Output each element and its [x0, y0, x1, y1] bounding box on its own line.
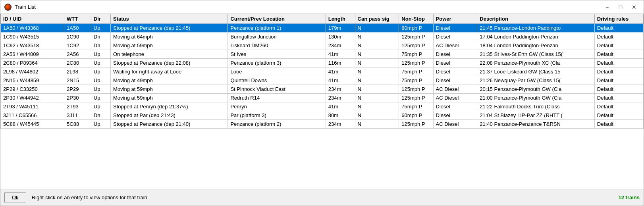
table-row[interactable]: 2T93 / W451112T93UpStopped at Penryn (de…	[1, 102, 644, 111]
cell-id: 2T93 / W45111	[1, 102, 64, 111]
train-table: ID / UID WTT Dir Status Current/Prev Loc…	[0, 14, 644, 129]
table-body: 1A50 / W433681A50UpStopped at Penzance (…	[1, 24, 644, 129]
cell-nonstop: 125mph P	[399, 120, 433, 129]
cell-power: Diesel	[433, 67, 477, 76]
cell-dir: Up	[91, 67, 110, 76]
cell-location: St Pinnock Viaduct East	[228, 85, 326, 94]
cell-desc: 21:26 Newquay-Par GW (Class 15(	[477, 76, 594, 85]
cell-nonstop: 125mph P	[399, 94, 433, 102]
col-header-status: Status	[110, 14, 228, 24]
table-row[interactable]: 2C80 / P893642C80UpStopped at Penzance (…	[1, 59, 644, 67]
cell-id: 3J11 / C65566	[1, 111, 64, 120]
cell-length: 116m	[326, 59, 355, 67]
cell-wtt: 2A56	[64, 50, 91, 59]
cell-wtt: 2T93	[64, 102, 91, 111]
cell-dir: Dn	[91, 111, 110, 120]
cell-location: Par (platform 3)	[228, 111, 326, 120]
table-row[interactable]: 1A50 / W433681A50UpStopped at Penzance (…	[1, 24, 644, 33]
cell-power: AC Diesel	[433, 94, 477, 102]
cell-status: On telephone	[110, 50, 228, 59]
cell-location: Burngullow Junction	[228, 33, 326, 41]
cell-driving: Default	[594, 24, 643, 33]
title-bar-left: Train List	[4, 4, 36, 11]
table-container[interactable]: ID / UID WTT Dir Status Current/Prev Loc…	[0, 14, 644, 189]
cell-location: Penzance (platform 2)	[228, 120, 326, 129]
col-header-length: Length	[326, 14, 355, 24]
table-row[interactable]: 1C92 / W435181C92DnMoving at 59mphLiskea…	[1, 41, 644, 50]
cell-location: St Ives	[228, 50, 326, 59]
cell-wtt: 2P29	[64, 85, 91, 94]
cell-location: Looe	[228, 67, 326, 76]
cell-location: Penryn	[228, 102, 326, 111]
close-button[interactable]: ✕	[629, 3, 640, 12]
cell-length: 41m	[326, 102, 355, 111]
cell-wtt: 2N15	[64, 76, 91, 85]
cell-length: 130m	[326, 33, 355, 41]
table-row[interactable]: 2A56 / W440092A56UpOn telephoneSt Ives41…	[1, 50, 644, 59]
cell-desc: 21:22 Falmouth Docks-Turo (Class	[477, 102, 594, 111]
cell-id: 2L98 / W44802	[1, 67, 64, 76]
cell-wtt: 1C90	[64, 33, 91, 41]
table-row[interactable]: 2L98 / W448022L98UpWaiting for right-awa…	[1, 67, 644, 76]
cell-power: AC Diesel	[433, 41, 477, 50]
footer: Ok Right-click on an entry to view optio…	[0, 189, 644, 206]
cell-status: Waiting for right-away at Looe	[110, 67, 228, 76]
cell-status: Stopped at Penzance (dep 22:08)	[110, 59, 228, 67]
maximize-button[interactable]: □	[615, 3, 626, 12]
col-header-dir: Dir	[91, 14, 110, 24]
cell-nonstop: 75mph P	[399, 76, 433, 85]
window-title: Train List	[15, 4, 36, 10]
cell-id: 5C88 / W45445	[1, 120, 64, 129]
table-row[interactable]: 3J11 / C655663J11DnStopped at Par (dep 2…	[1, 111, 644, 120]
cell-nonstop: 60mph P	[399, 111, 433, 120]
cell-location: Redruth R14	[228, 94, 326, 102]
col-header-desc: Description	[477, 14, 594, 24]
cell-power: Diesel	[433, 76, 477, 85]
train-count: 12 trains	[619, 194, 640, 200]
cell-id: 2P29 / C33250	[1, 85, 64, 94]
col-header-canpass: Can pass sig	[355, 14, 399, 24]
title-bar-controls: − □ ✕	[602, 3, 640, 12]
cell-canpass: N	[355, 76, 399, 85]
cell-status: Moving at 59mph	[110, 85, 228, 94]
cell-canpass: N	[355, 111, 399, 120]
cell-wtt: 5C88	[64, 120, 91, 129]
table-row[interactable]: 2P30 / W449422P30UpMoving at 59mphRedrut…	[1, 94, 644, 102]
cell-desc: 18:04 London Paddington-Penzan	[477, 41, 594, 50]
table-header-row: ID / UID WTT Dir Status Current/Prev Loc…	[1, 14, 644, 24]
minimize-button[interactable]: −	[602, 3, 613, 12]
cell-nonstop: 125mph P	[399, 85, 433, 94]
cell-power: Diesel	[433, 33, 477, 41]
cell-canpass: N	[355, 94, 399, 102]
cell-status: Stopped at Penryn (dep 21:37½)	[110, 102, 228, 111]
cell-length: 179m	[326, 24, 355, 33]
table-row[interactable]: 2N15 / W448592N15UpMoving at 49mphQuintr…	[1, 76, 644, 85]
cell-length: 41m	[326, 67, 355, 76]
cell-canpass: N	[355, 85, 399, 94]
table-row[interactable]: 5C88 / W454455C88UpStopped at Penzance (…	[1, 120, 644, 129]
col-header-wtt: WTT	[64, 14, 91, 24]
cell-wtt: 2P30	[64, 94, 91, 102]
table-row[interactable]: 1C90 / W435151C90DnMoving at 64mphBurngu…	[1, 33, 644, 41]
cell-dir: Up	[91, 59, 110, 67]
cell-location: Liskeard DM260	[228, 41, 326, 50]
col-header-nonstop: Non-Stop	[399, 14, 433, 24]
footer-hint: Right-click on an entry to view options …	[32, 194, 147, 200]
cell-length: 234m	[326, 120, 355, 129]
table-row[interactable]: 2P29 / C332502P29UpMoving at 59mphSt Pin…	[1, 85, 644, 94]
cell-dir: Up	[91, 94, 110, 102]
footer-left: Ok Right-click on an entry to view optio…	[4, 193, 147, 202]
cell-nonstop: 125mph P	[399, 33, 433, 41]
cell-length: 41m	[326, 76, 355, 85]
cell-power: Diesel	[433, 50, 477, 59]
cell-length: 234m	[326, 94, 355, 102]
cell-desc: 21:04 St Blazey LIP-Par ZZ (RHTT (	[477, 111, 594, 120]
ok-button[interactable]: Ok	[4, 193, 26, 202]
cell-power: Diesel	[433, 111, 477, 120]
col-header-id: ID / UID	[1, 14, 64, 24]
cell-nonstop: 75mph P	[399, 50, 433, 59]
cell-driving: Default	[594, 33, 643, 41]
cell-length: 234m	[326, 85, 355, 94]
cell-nonstop: 125mph P	[399, 41, 433, 50]
title-bar: Train List − □ ✕	[0, 0, 644, 14]
